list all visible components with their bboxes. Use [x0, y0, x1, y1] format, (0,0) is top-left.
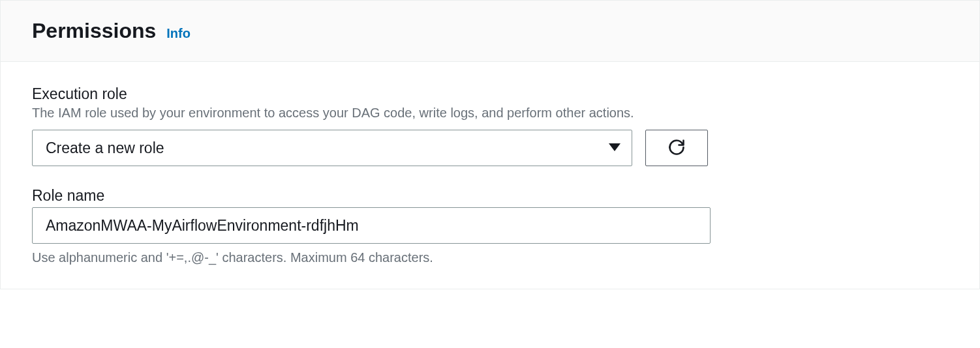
- panel-header: Permissions Info: [1, 1, 979, 62]
- role-name-label: Role name: [32, 187, 948, 205]
- execution-role-label: Execution role: [32, 85, 948, 103]
- role-name-constraint: Use alphanumeric and '+=,.@-_' character…: [32, 250, 948, 265]
- refresh-icon: [667, 138, 686, 158]
- execution-role-selected-value: Create a new role: [46, 139, 164, 157]
- role-name-field: Role name Use alphanumeric and '+=,.@-_'…: [32, 187, 948, 265]
- role-name-input[interactable]: [32, 207, 711, 244]
- execution-role-select[interactable]: Create a new role: [32, 130, 632, 166]
- panel-body: Execution role The IAM role used by your…: [1, 62, 979, 289]
- execution-role-row: Create a new role: [32, 130, 948, 166]
- execution-role-description: The IAM role used by your environment to…: [32, 106, 948, 121]
- panel-title: Permissions: [32, 19, 156, 43]
- refresh-button[interactable]: [645, 130, 708, 166]
- info-link[interactable]: Info: [166, 26, 191, 41]
- execution-role-select-wrapper: Create a new role: [32, 130, 632, 166]
- permissions-panel: Permissions Info Execution role The IAM …: [0, 0, 980, 289]
- execution-role-field: Execution role The IAM role used by your…: [32, 85, 948, 166]
